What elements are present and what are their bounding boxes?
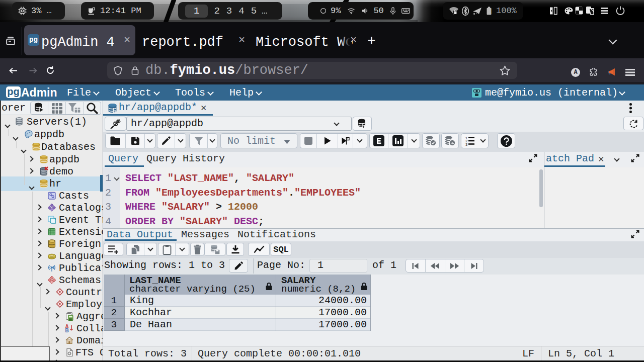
svg-text:3: 3 <box>465 143 467 146</box>
